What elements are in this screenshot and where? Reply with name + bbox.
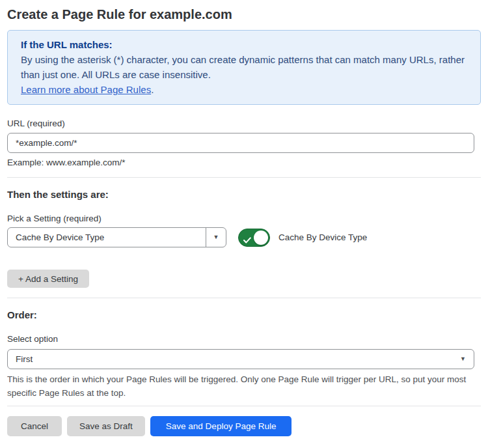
save-as-draft-button[interactable]: Save as Draft: [67, 416, 145, 436]
setting-row: Cache By Device Type ▼ Cache By Device T…: [7, 227, 481, 247]
divider: [7, 406, 481, 406]
info-box-body: By using the asterisk (*) character, you…: [21, 52, 467, 82]
order-helper-text: This is the order in which your Page Rul…: [7, 372, 474, 400]
setting-toggle[interactable]: [238, 229, 270, 247]
order-select-label: Select option: [7, 334, 481, 344]
order-dropdown-arrow: ▼: [460, 350, 474, 369]
order-dropdown-value: First: [8, 350, 460, 369]
link-suffix: .: [151, 84, 154, 95]
url-match-info-box: If the URL matches: By using the asteris…: [7, 30, 481, 105]
save-and-deploy-button[interactable]: Save and Deploy Page Rule: [150, 416, 292, 436]
footer-actions: Cancel Save as Draft Save and Deploy Pag…: [7, 416, 481, 436]
setting-dropdown-value: Cache By Device Type: [8, 228, 206, 247]
divider: [7, 177, 481, 178]
url-field-helper: Example: www.example.com/*: [7, 158, 481, 167]
chevron-down-icon: ▼: [460, 356, 466, 362]
order-section-heading: Order:: [7, 309, 481, 320]
learn-more-link[interactable]: Learn more about Page Rules: [21, 84, 151, 95]
settings-section-heading: Then the settings are:: [7, 189, 481, 200]
url-field-label: URL (required): [7, 119, 481, 128]
toggle-knob: [254, 231, 268, 245]
order-dropdown[interactable]: First ▼: [7, 349, 474, 369]
info-box-heading: If the URL matches:: [21, 37, 467, 52]
chevron-down-icon: ▼: [213, 234, 219, 240]
url-input[interactable]: [7, 133, 474, 153]
toggle-label: Cache By Device Type: [278, 232, 367, 242]
page-title: Create a Page Rule for example.com: [7, 5, 481, 23]
setting-dropdown-arrow-button[interactable]: ▼: [206, 228, 226, 247]
info-link-line: Learn more about Page Rules.: [21, 82, 467, 97]
add-setting-button[interactable]: + Add a Setting: [7, 270, 89, 288]
check-icon: [243, 234, 251, 246]
divider: [7, 298, 481, 298]
cancel-button[interactable]: Cancel: [7, 416, 62, 436]
setting-dropdown[interactable]: Cache By Device Type ▼: [7, 227, 226, 247]
pick-setting-label: Pick a Setting (required): [7, 214, 481, 223]
page-rule-form: Create a Page Rule for example.com If th…: [0, 0, 488, 436]
